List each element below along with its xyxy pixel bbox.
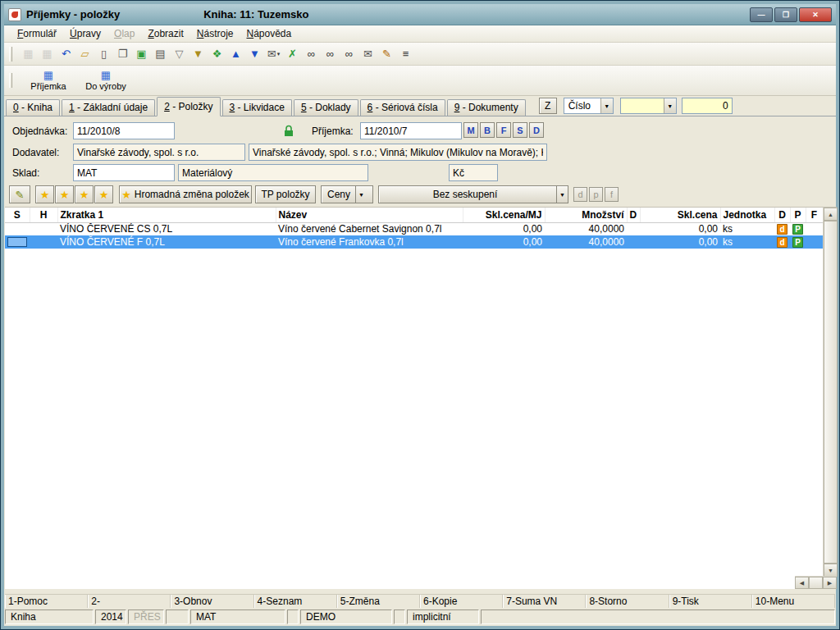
scroll-left-icon[interactable]: ◀: [795, 577, 809, 589]
star-assign-button[interactable]: ★: [75, 185, 94, 203]
column-header-7-skl-cena[interactable]: Skl.cena: [640, 208, 720, 222]
new-document-icon[interactable]: ▯: [95, 46, 112, 62]
tab-1-z-kladn-daje[interactable]: 1 - Základní údaje: [62, 99, 155, 116]
menu-item-pravy[interactable]: Úpravy: [63, 26, 107, 41]
tab-3-likvidace[interactable]: 3 - Likvidace: [222, 99, 292, 116]
doc-button-b[interactable]: B: [480, 122, 495, 138]
move-down-icon[interactable]: ▼: [246, 46, 263, 62]
menu-item-n-pov-da[interactable]: Nápověda: [240, 26, 298, 41]
tp-items-button[interactable]: TP položky: [255, 185, 316, 203]
tab-2-polo-ky[interactable]: 2 - Položky: [157, 97, 220, 116]
column-header-5-mno-stv[interactable]: Množství: [545, 208, 627, 222]
menu-item-formul[interactable]: Formulář: [11, 26, 63, 41]
column-header-1-h[interactable]: H: [30, 208, 57, 222]
fkey-4-seznam[interactable]: 4-Seznam: [254, 595, 337, 608]
column-header-3-n-zev[interactable]: Název: [276, 208, 463, 222]
fkey-10-menu[interactable]: 10-Menu: [752, 595, 835, 608]
warehouse-input[interactable]: [73, 164, 175, 181]
status-cell-empty-9: [481, 609, 835, 624]
order-input[interactable]: [73, 122, 175, 139]
find-icon[interactable]: ∞: [303, 46, 320, 62]
star-remove-button[interactable]: ★: [94, 185, 113, 203]
minimize-button[interactable]: —: [750, 7, 773, 22]
star-add-button[interactable]: ★: [55, 185, 74, 203]
scroll-up-icon[interactable]: ▲: [824, 208, 838, 221]
column-header-6-d[interactable]: D: [627, 208, 640, 222]
action-button-do-v-roby[interactable]: ▦Do výroby: [80, 67, 131, 94]
function-key-bar: 1-Pomoc2-3-Obnov4-Seznam5-Změna6-Kopie7-…: [5, 594, 835, 608]
table-row-1[interactable]: VÍNO ČERVENÉ F 0,7LVíno červené Frankovk…: [5, 235, 823, 249]
tab-9-dokumenty[interactable]: 9 - Dokumenty: [447, 99, 526, 116]
chevron-down-icon[interactable]: ▼: [556, 186, 568, 203]
maximize-button[interactable]: ❐: [774, 7, 797, 22]
notebook-icon[interactable]: ▤: [152, 46, 169, 62]
mail-icon[interactable]: ✉: [359, 46, 377, 62]
edit-note-icon[interactable]: ✎: [378, 46, 395, 62]
fkey-1-pomoc[interactable]: 1-Pomoc: [5, 595, 88, 608]
vertical-scrollbar[interactable]: ▲ ▼: [823, 208, 837, 577]
filter-document-icon[interactable]: ▼: [189, 46, 207, 62]
scroll-right-icon[interactable]: ▶: [823, 577, 837, 589]
fkey-9-tisk[interactable]: 9-Tisk: [669, 595, 752, 608]
prices-dropdown-button[interactable]: Ceny ▼: [321, 185, 373, 203]
status-cell-empty-7: [394, 609, 405, 624]
column-header-10-p[interactable]: P: [790, 208, 806, 222]
fkey-6-kopie[interactable]: 6-Kopie: [420, 595, 503, 608]
fkey-5-zm-na[interactable]: 5-Změna: [337, 595, 420, 608]
fkey-7-suma-vn[interactable]: 7-Suma VN: [503, 595, 586, 608]
close-button[interactable]: ✕: [799, 7, 832, 22]
fkey-2[interactable]: 2-: [88, 595, 171, 608]
z-button[interactable]: Z: [539, 98, 557, 114]
lock-document-icon[interactable]: ▣: [133, 46, 150, 62]
open-icon[interactable]: ▱: [76, 46, 94, 62]
action-toolbar-grip[interactable]: [9, 73, 12, 88]
menu-item-zobrazit[interactable]: Zobrazit: [141, 26, 189, 41]
action-button-p-jemka[interactable]: ▦Příjemka: [23, 67, 74, 94]
tab-0-kniha[interactable]: 0 - Kniha: [6, 99, 60, 116]
table-row-0[interactable]: VÍNO ČERVENÉ CS 0,7LVíno červené Caberne…: [5, 222, 823, 235]
find-next-icon[interactable]: ∞: [322, 46, 339, 62]
horizontal-scroll-thumb[interactable]: [809, 577, 823, 589]
horizontal-scrollbar[interactable]: ◀ ▶: [795, 576, 837, 589]
cislo-combo[interactable]: Číslo ▼: [564, 98, 614, 114]
column-header-11-f[interactable]: F: [806, 208, 823, 222]
copy-icon[interactable]: ❐: [114, 46, 131, 62]
grouping-dropdown[interactable]: Bez seskupení ▼: [378, 185, 568, 203]
column-header-0-s[interactable]: S: [5, 208, 30, 222]
doc-button-m[interactable]: M: [463, 122, 478, 138]
record-count-field[interactable]: [682, 98, 733, 114]
column-header-4-skl-cena-mj[interactable]: Skl.cena/MJ: [463, 208, 545, 222]
fkey-3-obnov[interactable]: 3-Obnov: [171, 595, 253, 608]
mail-dropdown-icon[interactable]: ✉▾: [265, 46, 282, 62]
vertical-scroll-thumb[interactable]: [824, 221, 838, 564]
chevron-down-icon[interactable]: ▼: [355, 186, 367, 203]
menu-item-n-stroje[interactable]: Nástroje: [190, 26, 240, 41]
toolbar-grip[interactable]: [9, 47, 12, 62]
chevron-down-icon[interactable]: ▼: [664, 98, 676, 113]
scroll-down-icon[interactable]: ▼: [824, 564, 838, 577]
chevron-down-icon[interactable]: ▼: [600, 98, 613, 113]
tab-5-doklady[interactable]: 5 - Doklady: [294, 99, 358, 116]
doc-button-f[interactable]: F: [496, 122, 511, 138]
title-bar[interactable]: Příjemky - položky Kniha: 11: Tuzemsko —…: [4, 4, 836, 25]
bulk-change-button[interactable]: ★ Hromadná změna položek: [119, 185, 252, 203]
column-header-8-jednotka[interactable]: Jednotka: [720, 208, 774, 222]
menu-items: FormulářÚpravyOlapZobrazitNástrojeNápově…: [11, 26, 298, 41]
find-related-icon[interactable]: ∞: [340, 46, 358, 62]
doc-button-d[interactable]: D: [529, 122, 544, 138]
filter-icon[interactable]: ▽: [171, 46, 188, 62]
doc-button-s[interactable]: S: [513, 122, 527, 138]
edit-items-button[interactable]: ✎: [9, 185, 30, 203]
receipt-input[interactable]: [360, 122, 462, 139]
tab-6-s-riov-sla[interactable]: 6 - Sériová čísla: [360, 99, 445, 116]
list-menu-icon[interactable]: ≡: [397, 46, 414, 62]
move-up-icon[interactable]: ▲: [227, 46, 244, 62]
column-header-2-zkratka-1[interactable]: Zkratka 1: [57, 208, 276, 222]
quick-filter-combo[interactable]: ▼: [620, 98, 677, 114]
undo-icon[interactable]: ↶: [57, 46, 75, 62]
cancel-changes-icon[interactable]: ✗: [284, 46, 301, 62]
layers-icon[interactable]: ❖: [208, 46, 226, 62]
column-header-9-d[interactable]: D: [774, 208, 790, 222]
star-favorites-button[interactable]: ★: [35, 185, 54, 203]
fkey-8-storno[interactable]: 8-Storno: [586, 595, 669, 608]
